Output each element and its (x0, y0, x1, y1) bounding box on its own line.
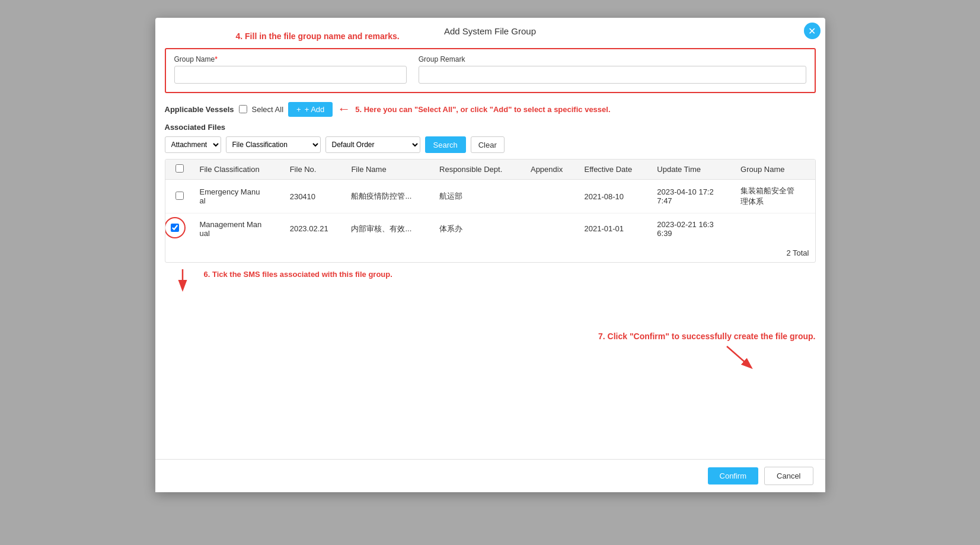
col-update-time: Update Time (651, 160, 735, 180)
clear-button[interactable]: Clear (471, 136, 505, 153)
select-all-label: Select All (252, 105, 283, 114)
arrow-5-icon: ← (337, 101, 350, 117)
group-name-input[interactable] (174, 66, 407, 84)
row1-checkbox[interactable] (175, 192, 184, 200)
row1-file-name: 船舶疫情防控管... (345, 180, 433, 213)
table-header-row: File Classification File No. File Name R… (165, 160, 815, 180)
group-remark-label: Group Remark (419, 55, 806, 63)
close-button[interactable]: ✕ (804, 23, 821, 39)
row1-file-classification: Emergency Manual (194, 180, 284, 213)
table-row: Management Manual 2023.02.21 内部审核、有效... … (165, 213, 815, 244)
row1-checkbox-cell[interactable] (165, 180, 194, 213)
header-checkbox[interactable] (175, 164, 184, 173)
annotation-5: 5. Here you can "Select All", or click "… (355, 105, 610, 114)
group-remark-input[interactable] (419, 66, 806, 84)
vessels-row: Applicable Vessels Select All + + Add ← … (165, 101, 816, 117)
annotation-7-text: 7. Click "Confirm" to successfully creat… (598, 332, 815, 341)
annotation-7-container: 7. Click "Confirm" to successfully creat… (165, 332, 816, 375)
associated-files-title: Associated Files (165, 123, 816, 132)
group-name-label: Group Name* (174, 55, 407, 63)
col-group-name: Group Name (735, 160, 815, 180)
close-icon: ✕ (808, 26, 816, 37)
total-count: 2 Total (165, 244, 815, 262)
sort-order-select[interactable]: Default Order (325, 136, 420, 153)
files-table: File Classification File No. File Name R… (165, 160, 815, 244)
add-icon: + (296, 105, 301, 114)
search-button[interactable]: Search (425, 136, 466, 153)
row1-file-no: 230410 (284, 180, 346, 213)
annotation-7-arrow-icon (721, 343, 756, 373)
row2-appendix (525, 213, 579, 244)
annotation-6-text: 6. Tick the SMS files associated with th… (204, 270, 392, 279)
annotation-6-container: 6. Tick the SMS files associated with th… (165, 265, 816, 296)
col-appendix: Appendix (525, 160, 579, 180)
confirm-button[interactable]: Confirm (708, 467, 759, 485)
col-responsible-dept: Responsible Dept. (433, 160, 525, 180)
annotation-6-arrow-icon (165, 266, 200, 296)
modal-title: Add System File Group (444, 26, 536, 36)
row2-file-name: 内部审核、有效... (345, 213, 433, 244)
cancel-button[interactable]: Cancel (764, 467, 813, 485)
row1-group-name: 集装箱船安全管理体系 (735, 180, 815, 213)
col-file-name: File Name (345, 160, 433, 180)
col-file-classification: File Classification (194, 160, 284, 180)
row2-responsible-dept: 体系办 (433, 213, 525, 244)
associated-files-section: Associated Files Attachment File Classif… (165, 123, 816, 296)
files-table-container: File Classification File No. File Name R… (165, 159, 816, 263)
row1-effective-date: 2021-08-10 (578, 180, 651, 213)
table-row: Emergency Manual 230410 船舶疫情防控管... 航运部 2… (165, 180, 815, 213)
col-effective-date: Effective Date (578, 160, 651, 180)
row2-file-classification: Management Manual (194, 213, 284, 244)
row2-file-no: 2023.02.21 (284, 213, 346, 244)
modal-footer: Confirm Cancel (155, 459, 825, 492)
row2-checkbox-cell[interactable] (165, 213, 194, 244)
row1-appendix (525, 180, 579, 213)
file-type-select[interactable]: Attachment (165, 136, 221, 153)
row2-update-time: 2023-02-21 16:36:39 (651, 213, 735, 244)
file-classification-select[interactable]: File Classification (226, 136, 321, 153)
vessels-label: Applicable Vessels (165, 105, 234, 114)
row1-responsible-dept: 航运部 (433, 180, 525, 213)
col-file-no: File No. (284, 160, 346, 180)
select-all-header[interactable] (165, 160, 194, 180)
row2-checkbox[interactable] (171, 224, 179, 232)
annotation-4: 4. Fill in the file group name and remar… (236, 31, 400, 41)
row1-update-time: 2023-04-10 17:27:47 (651, 180, 735, 213)
select-all-checkbox[interactable] (239, 105, 247, 113)
row2-group-name (735, 213, 815, 244)
filter-row: Attachment File Classification Default O… (165, 136, 816, 153)
row2-effective-date: 2021-01-01 (578, 213, 651, 244)
add-vessel-button[interactable]: + + Add (288, 102, 333, 117)
